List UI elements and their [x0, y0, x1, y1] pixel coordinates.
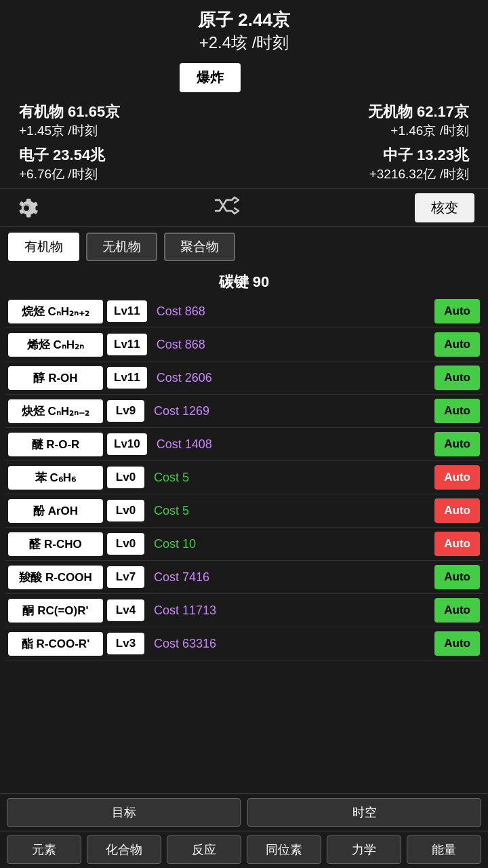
compound-row: 烯烃 CₙH₂ₙLv11Cost 868Auto: [5, 328, 483, 361]
electron-stat: 电子 23.54兆 +6.76亿 /时刻: [14, 142, 244, 186]
level-button[interactable]: Lv3: [107, 633, 144, 654]
cost-text: Cost 7416: [148, 570, 430, 585]
compound-name-button[interactable]: 羧酸 R-COOH: [8, 566, 103, 589]
auto-button[interactable]: Auto: [434, 565, 480, 589]
atoms-display: 原子 2.44京: [11, 8, 477, 32]
compound-list: 烷烃 CₙH₂ₙ₊₂Lv11Cost 868Auto烯烃 CₙH₂ₙLv11Co…: [0, 295, 488, 660]
top-row: 爆炸: [0, 59, 488, 96]
cost-text: Cost 5: [148, 504, 430, 518]
stats-grid: 有机物 61.65京 +1.45京 /时刻 无机物 62.17京 +1.46京 …: [0, 96, 488, 189]
auto-button[interactable]: Auto: [434, 598, 480, 623]
nav-isotopes-button[interactable]: 同位素: [247, 835, 321, 864]
explode-button[interactable]: 爆炸: [180, 63, 241, 92]
cost-text: Cost 1408: [151, 437, 431, 452]
bottom-nav-row1: 目标 时空: [0, 793, 488, 831]
tab-organic[interactable]: 有机物: [8, 233, 79, 261]
compound-name-button[interactable]: 醇 R-OH: [8, 366, 103, 390]
compound-name-button[interactable]: 酚 ArOH: [8, 499, 103, 523]
auto-button[interactable]: Auto: [434, 399, 480, 423]
inorganic-stat: 无机物 62.17京 +1.46京 /时刻: [244, 99, 474, 142]
tab-bar: 有机物 无机物 聚合物: [0, 227, 488, 267]
compound-name-button[interactable]: 酯 R-COO-R': [8, 632, 103, 656]
cost-text: Cost 5: [148, 471, 430, 485]
shuffle-icon[interactable]: [214, 196, 240, 220]
compound-name-button[interactable]: 醚 R-O-R: [8, 433, 103, 456]
carbon-bonds-heading: 碳键 90: [0, 267, 488, 295]
compound-name-button[interactable]: 烷烃 CₙH₂ₙ₊₂: [8, 300, 103, 323]
auto-button[interactable]: Auto: [434, 432, 480, 456]
nuclei-button[interactable]: 核变: [415, 193, 474, 222]
electron-label: 电子 23.54兆: [19, 145, 239, 165]
nav-compounds-button[interactable]: 化合物: [87, 835, 161, 864]
nav-reactions-button[interactable]: 反应: [167, 835, 241, 864]
nav-target-button[interactable]: 目标: [7, 798, 241, 827]
compound-row: 苯 C₆H₆Lv0Cost 5Auto: [5, 461, 483, 494]
organic-stat: 有机物 61.65京 +1.45京 /时刻: [14, 99, 244, 142]
compound-name-button[interactable]: 苯 C₆H₆: [8, 466, 103, 490]
organic-rate: +1.45京 /时刻: [19, 122, 239, 140]
auto-button[interactable]: Auto: [434, 332, 480, 357]
level-button[interactable]: Lv4: [107, 599, 144, 621]
level-button[interactable]: Lv11: [107, 300, 147, 322]
compound-row: 醛 R-CHOLv0Cost 10Auto: [5, 528, 483, 561]
compound-row: 酯 R-COO-R'Lv3Cost 63316Auto: [5, 627, 483, 660]
nav-elements-button[interactable]: 元素: [7, 835, 81, 864]
compound-name-button[interactable]: 烯烃 CₙH₂ₙ: [8, 333, 103, 357]
level-button[interactable]: Lv0: [107, 533, 144, 555]
cost-text: Cost 868: [151, 338, 431, 352]
compound-row: 酚 ArOHLv0Cost 5Auto: [5, 494, 483, 528]
level-button[interactable]: Lv0: [107, 500, 144, 521]
nav-spacetime-button[interactable]: 时空: [247, 798, 481, 827]
cost-text: Cost 11713: [148, 604, 430, 618]
auto-button[interactable]: Auto: [434, 498, 480, 523]
toolbar-row: 核变: [0, 189, 488, 227]
bottom-nav: 目标 时空 元素 化合物 反应 同位素 力学 能量: [0, 793, 488, 868]
bottom-nav-row2: 元素 化合物 反应 同位素 力学 能量: [0, 831, 488, 868]
level-button[interactable]: Lv0: [107, 467, 144, 488]
compound-row: 醇 R-OHLv11Cost 2606Auto: [5, 361, 483, 395]
compound-name-button[interactable]: 醛 R-CHO: [8, 532, 103, 556]
nav-mechanics-button[interactable]: 力学: [327, 835, 401, 864]
compound-row: 酮 RC(=O)R'Lv4Cost 11713Auto: [5, 594, 483, 627]
level-button[interactable]: Lv11: [107, 334, 147, 355]
neutron-stat: 中子 13.23兆 +3216.32亿 /时刻: [244, 142, 474, 186]
auto-button[interactable]: Auto: [434, 631, 480, 656]
auto-button[interactable]: Auto: [434, 465, 480, 490]
level-button[interactable]: Lv10: [107, 433, 147, 455]
tab-inorganic[interactable]: 无机物: [86, 233, 157, 261]
header: 原子 2.44京 +2.4垓 /时刻: [0, 0, 488, 59]
level-button[interactable]: Lv9: [107, 400, 144, 422]
level-button[interactable]: Lv11: [107, 367, 147, 389]
cost-text: Cost 2606: [151, 371, 431, 385]
inorganic-rate: +1.46京 /时刻: [249, 122, 469, 140]
organic-label: 有机物 61.65京: [19, 102, 239, 122]
compound-row: 醚 R-O-RLv10Cost 1408Auto: [5, 428, 483, 461]
nav-energy-button[interactable]: 能量: [407, 835, 481, 864]
cost-text: Cost 868: [151, 304, 431, 319]
compound-row: 炔烃 CₙH₂ₙ₋₂Lv9Cost 1269Auto: [5, 395, 483, 428]
cost-text: Cost 10: [148, 537, 430, 551]
compound-name-button[interactable]: 酮 RC(=O)R': [8, 599, 103, 623]
auto-button[interactable]: Auto: [434, 299, 480, 323]
auto-button[interactable]: Auto: [434, 532, 480, 556]
compound-row: 羧酸 R-COOHLv7Cost 7416Auto: [5, 561, 483, 594]
cost-text: Cost 63316: [148, 637, 430, 651]
tab-polymer[interactable]: 聚合物: [164, 233, 235, 261]
neutron-label: 中子 13.23兆: [249, 145, 469, 165]
inorganic-label: 无机物 62.17京: [249, 102, 469, 122]
auto-button[interactable]: Auto: [434, 366, 480, 390]
compound-row: 烷烃 CₙH₂ₙ₊₂Lv11Cost 868Auto: [5, 295, 483, 328]
compound-name-button[interactable]: 炔烃 CₙH₂ₙ₋₂: [8, 399, 103, 423]
level-button[interactable]: Lv7: [107, 566, 144, 588]
atoms-rate: +2.4垓 /时刻: [11, 32, 477, 54]
cost-text: Cost 1269: [148, 404, 430, 418]
neutron-rate: +3216.32亿 /时刻: [249, 165, 469, 183]
gear-icon[interactable]: [14, 195, 39, 221]
electron-rate: +6.76亿 /时刻: [19, 165, 239, 183]
